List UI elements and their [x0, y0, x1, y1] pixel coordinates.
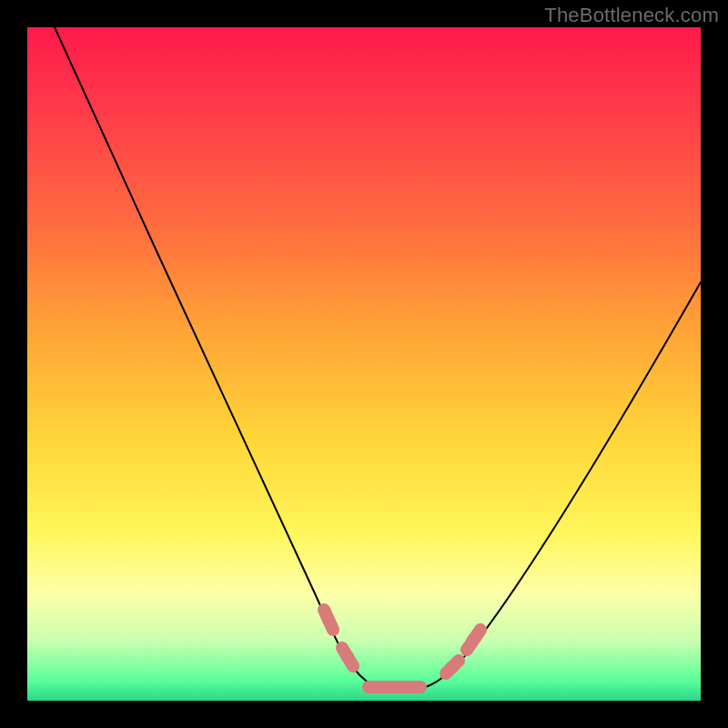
bottleneck-curve-right — [428, 282, 701, 686]
bottleneck-curve-left — [55, 27, 428, 691]
marker-dot-5 — [467, 633, 480, 646]
marker-dot-4 — [446, 661, 459, 673]
marker-dot-3 — [388, 681, 400, 693]
marker-dot-2 — [341, 651, 354, 663]
curve-svg — [27, 27, 701, 701]
chart-frame: TheBottleneck.com — [0, 0, 728, 728]
plot-area — [27, 27, 701, 701]
watermark-text: TheBottleneck.com — [544, 4, 719, 27]
marker-dot-1 — [322, 613, 335, 626]
